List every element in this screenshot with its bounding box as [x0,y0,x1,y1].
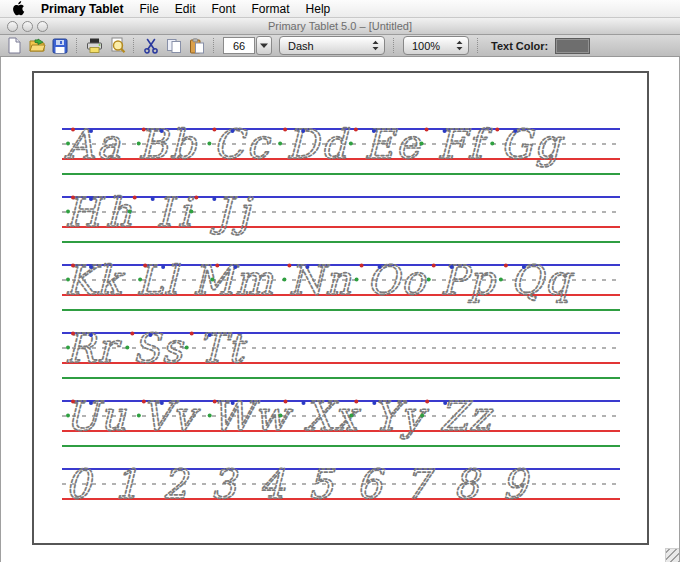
stroke-order-dot [189,210,193,214]
stroke-order-dot [213,400,217,404]
font-size-dropdown-button[interactable] [256,36,272,55]
stroke-order-dot [142,128,146,132]
text-color-swatch[interactable] [555,38,590,54]
stroke-order-dot [349,142,353,146]
stroke-order-dot [71,400,75,404]
zoom-popup-value: 100% [412,40,455,52]
stroke-order-dot [420,414,424,418]
paste-clipboard-icon [189,38,205,54]
trace-letters: Hh Ii Jj [62,196,620,244]
stroke-order-dot [425,400,429,404]
stroke-order-dot [210,278,214,282]
stroke-order-dot [190,332,194,336]
stroke-order-dot [133,196,137,200]
toolbar-separator [133,38,135,53]
stroke-order-dot [208,333,212,337]
menu-help[interactable]: Help [306,2,331,16]
stroke-order-dot [215,264,219,268]
apple-menu-icon[interactable] [12,1,25,16]
stroke-order-dot [355,278,359,282]
style-popup[interactable]: Dash [279,36,385,55]
menu-font[interactable]: Font [212,2,236,16]
writing-row-4: Rr Ss Tt [62,332,620,378]
stroke-order-dot [89,265,93,269]
stroke-order-dot [522,265,526,269]
popup-stepper-icon [455,40,464,51]
stroke-order-dot [89,197,93,201]
menu-file[interactable]: File [139,2,158,16]
print-button[interactable] [84,36,104,55]
stroke-order-dot [450,265,454,269]
font-size-value[interactable]: 66 [223,37,255,54]
stroke-order-dot [305,265,309,269]
title-bar: Primary Tablet 5.0 – [Untitled] [0,18,680,35]
stroke-order-dot [71,332,75,336]
stroke-order-dot [282,278,286,282]
toolbar: 66 Dash 100% Text Color: [0,35,680,57]
stroke-order-dot [354,400,358,404]
zoom-popup[interactable]: 100% [403,36,469,55]
stroke-order-dot [443,401,447,405]
stroke-order-dot [208,414,212,418]
menu-app-name[interactable]: Primary Tablet [41,2,123,16]
cut-button[interactable] [141,36,161,55]
stroke-order-dot [432,264,436,268]
copy-button[interactable] [164,36,184,55]
stroke-order-dot [89,401,93,405]
writing-row-3: Kk Ll Mm Nn Oo Pp Qq [62,264,620,310]
stroke-order-dot [284,400,288,404]
stroke-order-dot [490,142,494,146]
stroke-order-dot [66,278,70,282]
stroke-order-dot [212,197,216,201]
copy-icon [166,38,182,54]
document-area: Aa Bb Cc Dd Ee Ff Gg Hh Ii Jj Kk Ll Mm N… [0,57,680,562]
stroke-order-dot [148,333,152,337]
window-title: Primary Tablet 5.0 – [Untitled] [0,20,680,32]
svg-text:Rr Ss Tt: Rr Ss Tt [65,325,247,371]
menu-format[interactable]: Format [252,2,290,16]
stroke-order-dot [230,129,234,133]
stroke-order-dot [160,401,164,405]
writing-row-6: 0 1 2 3 4 5 6 7 8 9 [62,468,620,514]
stroke-order-dot [142,400,146,404]
stroke-order-dot [143,264,147,268]
stroke-order-dot [372,401,376,405]
stroke-order-dot [301,129,305,133]
stroke-order-dot [499,278,503,282]
stroke-order-dot [194,196,198,200]
chevron-down-icon [260,43,268,48]
stroke-order-dot [138,278,142,282]
stroke-order-dot [504,264,508,268]
svg-text:Hh Ii Jj: Hh Ii Jj [65,189,254,235]
stroke-order-dot [66,210,70,214]
stroke-order-dot [212,128,216,132]
stroke-order-dot [128,210,132,214]
toolbar-separator [213,38,215,53]
paste-button[interactable] [187,36,207,55]
resize-grip[interactable] [665,548,679,562]
stroke-order-dot [71,196,75,200]
save-floppy-icon [52,38,68,54]
open-button[interactable] [27,36,47,55]
stroke-order-dot [427,278,431,282]
stroke-order-dot [372,129,376,133]
stroke-order-dot [420,142,424,146]
stroke-order-dot [66,346,70,350]
save-button[interactable] [50,36,70,55]
toolbar-separator [76,38,78,53]
trace-letters: Aa Bb Cc Dd Ee Ff Gg [62,128,620,176]
stroke-order-dot [89,129,93,133]
worksheet-page[interactable]: Aa Bb Cc Dd Ee Ff Gg Hh Ii Jj Kk Ll Mm N… [32,71,649,545]
cut-scissors-icon [143,38,159,54]
stroke-order-dot [354,128,358,132]
stroke-order-dot [151,197,155,201]
trace-letters: Uu Vv Ww Xx Yy Zz [62,400,620,448]
stroke-order-dot [160,129,164,133]
stroke-order-dot [137,142,141,146]
stroke-order-dot [233,265,237,269]
menu-edit[interactable]: Edit [175,2,196,16]
stroke-order-dot [378,265,382,269]
new-document-button[interactable] [4,36,24,55]
print-preview-button[interactable] [107,36,127,55]
stroke-order-dot [278,142,282,146]
